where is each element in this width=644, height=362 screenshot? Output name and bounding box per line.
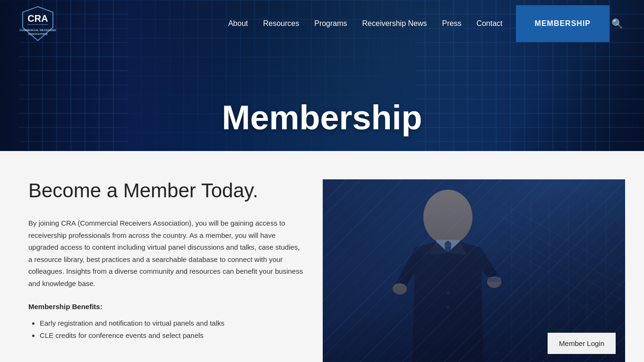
nav-about[interactable]: About [228,19,248,28]
benefits-list: Early registration and notification to v… [28,317,304,341]
content-right: Member Login [323,179,625,362]
member-login-button[interactable]: Member Login [548,333,616,354]
site-header: CRA COMMERCIAL RECEIVERS ASSOCIATION Abo… [0,0,644,47]
nav-contact[interactable]: Contact [476,19,502,28]
list-item: Early registration and notification to v… [40,317,304,329]
body-text: By joining CRA (Commercial Receivers Ass… [28,217,304,289]
nav-receivership-news[interactable]: Receivership News [362,19,427,28]
svg-text:COMMERCIAL RECEIVERS: COMMERCIAL RECEIVERS [19,29,56,32]
main-content: Become a Member Today. By joining CRA (C… [0,151,644,362]
content-left: Become a Member Today. By joining CRA (C… [28,179,304,362]
section-title: Become a Member Today. [28,179,304,202]
search-button[interactable]: 🔍 [610,16,625,31]
nav-programs[interactable]: Programs [314,19,347,28]
list-item: CLE credits for conference events and se… [40,329,304,342]
hero-title: Membership [222,98,422,137]
cra-logo-icon: CRA COMMERCIAL RECEIVERS ASSOCIATION [19,5,57,42]
logo[interactable]: CRA COMMERCIAL RECEIVERS ASSOCIATION [19,5,57,42]
svg-text:CRA: CRA [27,13,48,24]
main-nav: About Resources Programs Receivership Ne… [228,19,503,28]
svg-text:ASSOCIATION: ASSOCIATION [28,33,47,35]
nav-resources[interactable]: Resources [263,19,299,28]
nav-press[interactable]: Press [442,19,462,28]
svg-marker-0 [23,7,53,41]
search-icon: 🔍 [611,18,623,29]
membership-button[interactable]: MEMBERSHIP [516,5,610,42]
benefits-label: Membership Benefits: [28,303,304,311]
